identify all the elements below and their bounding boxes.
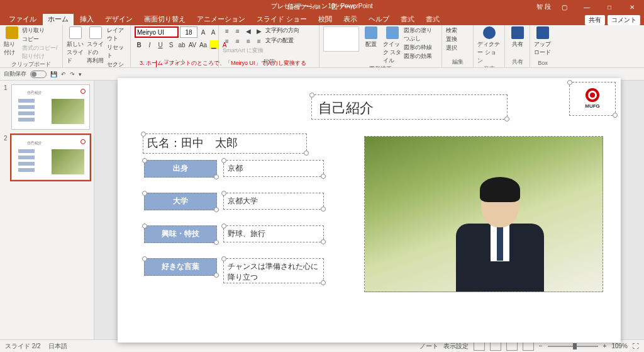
dictate-button[interactable]: ディクテー ション xyxy=(477,26,501,65)
reset-button[interactable]: リセット xyxy=(107,43,126,60)
underline-button[interactable]: U xyxy=(156,40,165,49)
text-direction-button[interactable]: 文字列の方向 xyxy=(265,26,299,35)
fit-window-icon[interactable]: ⛶ xyxy=(633,343,639,349)
tab-file[interactable]: ファイル xyxy=(4,13,42,25)
bullets-button[interactable]: ≡ xyxy=(223,26,231,35)
increase-font-icon[interactable]: A xyxy=(199,28,208,37)
select-button[interactable]: 選択 xyxy=(446,44,457,52)
indent-inc-button[interactable]: ▶ xyxy=(255,26,264,35)
reuse-slide-button[interactable]: スライドの 再利用 xyxy=(87,26,104,65)
shape-effects-button[interactable]: 図形の効果 xyxy=(404,52,438,60)
reading-view-icon[interactable] xyxy=(506,342,518,351)
decrease-font-icon[interactable]: A xyxy=(209,28,218,37)
tab-insert[interactable]: 挿入 xyxy=(75,13,99,25)
display-settings-button[interactable]: 表示設定 xyxy=(443,342,469,351)
user-name[interactable]: 智 段 xyxy=(536,3,551,11)
language-indicator[interactable]: 日本語 xyxy=(48,342,67,351)
align-center-button[interactable]: ≡ xyxy=(233,37,242,45)
group-box: Box xyxy=(534,60,552,66)
cut-button[interactable]: 切り取り xyxy=(22,26,58,35)
name-textbox[interactable]: 氏名：田中 太郎 xyxy=(143,133,307,154)
close-icon[interactable]: ✕ xyxy=(623,4,641,11)
row-label-0[interactable]: 出身 xyxy=(144,160,217,178)
box-upload-button[interactable]: アップ ロード xyxy=(534,26,552,57)
align-left-button[interactable]: ≡ xyxy=(223,37,231,45)
photo-placeholder[interactable] xyxy=(364,136,603,292)
case-button[interactable]: Aa xyxy=(199,40,208,49)
row-value-3[interactable]: チャンスは準備された心に降り立つ xyxy=(223,258,324,283)
highlight-button[interactable]: ▁ xyxy=(209,40,218,49)
smartart-button[interactable]: SmartArt に変換 xyxy=(223,47,264,55)
copy-button[interactable]: コピー xyxy=(22,35,58,43)
row-value-2[interactable]: 野球、旅行 xyxy=(223,225,324,242)
row-value-1[interactable]: 京都大学 xyxy=(223,193,324,210)
tab-format-picture[interactable]: 書式 xyxy=(421,13,445,25)
align-right-button[interactable]: ≡ xyxy=(244,37,253,45)
ribbon-options-icon[interactable]: ▢ xyxy=(555,4,574,11)
zoom-slider[interactable] xyxy=(548,346,598,347)
numbering-button[interactable]: ≡ xyxy=(233,26,242,35)
thumbnail-2[interactable]: 2 自己紹介 xyxy=(4,135,90,180)
row-value-0[interactable]: 京都 xyxy=(223,160,324,177)
tab-format-draw[interactable]: 書式 xyxy=(396,13,419,25)
tab-slideshow[interactable]: スライド ショー xyxy=(252,13,312,25)
strike-button[interactable]: S xyxy=(167,40,175,49)
paste-button[interactable]: 貼り付け xyxy=(4,26,19,57)
layout-button[interactable]: レイアウト xyxy=(107,26,126,43)
autosave-toggle[interactable] xyxy=(30,71,47,78)
save-icon[interactable]: 💾 xyxy=(50,71,57,77)
zoom-level[interactable]: 109% xyxy=(611,343,628,349)
undo-icon[interactable]: ↶ xyxy=(61,71,66,77)
slideshow-view-icon[interactable] xyxy=(523,342,534,351)
row-label-1[interactable]: 大学 xyxy=(144,193,217,210)
slide-editor[interactable]: 自己紹介 MUFG 氏名：田中 太郎 出身 京都 大学 京都大学 興味・特技 野… xyxy=(94,81,644,339)
tab-transitions[interactable]: 画面切り替え xyxy=(139,13,191,25)
text-align-button[interactable]: 文字の配置 xyxy=(265,37,294,45)
italic-button[interactable]: I xyxy=(145,40,154,49)
tab-view[interactable]: 表示 xyxy=(338,13,362,25)
find-button[interactable]: 検索 xyxy=(446,26,457,35)
qat-more-icon[interactable]: ▾ xyxy=(79,71,82,77)
row-label-2[interactable]: 興味・特技 xyxy=(144,225,217,243)
shape-fill-button[interactable]: 図形の塗りつぶし xyxy=(404,26,438,43)
workspace: 1 自己紹介 2 自己紹介 xyxy=(0,81,644,339)
share-button[interactable]: 共有 xyxy=(585,15,605,25)
new-slide-button[interactable]: 新しい スライド xyxy=(67,26,84,65)
tab-review[interactable]: 校閲 xyxy=(313,13,337,25)
font-name-input[interactable] xyxy=(135,26,179,38)
format-painter-button[interactable]: 書式のコピー/貼り付け xyxy=(22,44,58,60)
normal-view-icon[interactable] xyxy=(474,342,485,351)
quick-styles-button[interactable]: クイック スタイル xyxy=(383,26,402,65)
title-textbox[interactable]: 自己紹介 xyxy=(311,94,508,120)
shadow-button[interactable]: ab xyxy=(177,40,186,49)
thumbnail-1[interactable]: 1 自己紹介 xyxy=(4,84,90,130)
comment-button[interactable]: コメント xyxy=(608,15,640,25)
sorter-view-icon[interactable] xyxy=(490,342,501,351)
row-label-3[interactable]: 好きな言葉 xyxy=(144,258,217,276)
slide-canvas[interactable]: 自己紹介 MUFG 氏名：田中 太郎 出身 京都 大学 京都大学 興味・特技 野… xyxy=(118,78,621,343)
justify-button[interactable]: ≡ xyxy=(255,37,264,45)
shape-outline-button[interactable]: 図形の枠線 xyxy=(404,43,438,52)
zoom-out-icon[interactable]: − xyxy=(539,343,543,349)
replace-button[interactable]: 置換 xyxy=(446,35,457,43)
shapes-gallery[interactable] xyxy=(323,26,359,52)
indent-dec-button[interactable]: ◀ xyxy=(244,26,253,35)
bold-button[interactable]: B xyxy=(135,40,143,49)
zoom-in-icon[interactable]: + xyxy=(603,343,607,349)
tab-design[interactable]: デザイン xyxy=(100,13,138,25)
notes-button[interactable]: ノート xyxy=(419,342,438,351)
minimize-icon[interactable]: — xyxy=(577,4,596,11)
maximize-icon[interactable]: □ xyxy=(600,4,619,11)
ribbon-tabs: ファイル ホーム 挿入 デザイン 画面切り替え アニメーション スライド ショー… xyxy=(0,14,644,25)
tab-help[interactable]: ヘルプ xyxy=(364,13,394,25)
redo-icon[interactable]: ↷ xyxy=(70,71,75,77)
share-ribbon-button[interactable]: 共有 xyxy=(509,26,526,48)
tab-home[interactable]: ホーム xyxy=(43,13,74,25)
tab-animations[interactable]: アニメーション xyxy=(192,13,250,25)
font-size-input[interactable] xyxy=(180,26,197,38)
slide-counter[interactable]: スライド 2/2 xyxy=(5,342,41,351)
logo-box[interactable]: MUFG xyxy=(569,82,616,116)
section-button[interactable]: セクション xyxy=(107,60,126,68)
arrange-button[interactable]: 配置 xyxy=(362,26,380,48)
spacing-button[interactable]: AV xyxy=(188,40,197,49)
